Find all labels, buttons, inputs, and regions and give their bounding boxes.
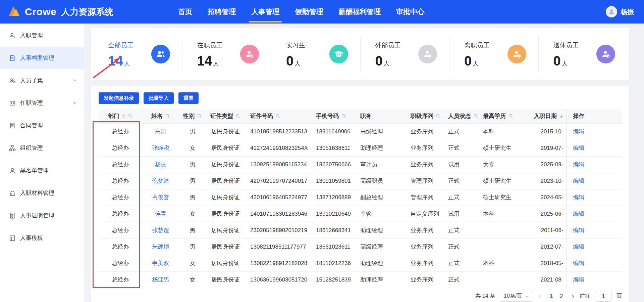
nav-item-recruitment[interactable]: 招聘管理 — [207, 0, 236, 24]
table-cell: 140107198301283946 — [245, 206, 311, 222]
user-menu[interactable]: 杨振 — [606, 6, 634, 17]
search-filter-icon[interactable] — [508, 114, 513, 119]
column-header-hire_date[interactable]: 入职日期 — [524, 109, 566, 123]
sidebar-item-blacklist-management[interactable]: 黑名单管理 — [0, 159, 84, 182]
edit-link[interactable]: 编辑 — [573, 260, 585, 266]
sidebar-item-onboarding-materials[interactable]: 入职材料管理 — [0, 182, 84, 204]
table-cell: 试用 — [443, 156, 478, 173]
column-header-rank_series[interactable]: 职级序列 — [405, 109, 443, 123]
employee-name-link[interactable]: 韦美双 — [152, 260, 169, 266]
employee-name-link[interactable]: 高凯 — [155, 128, 166, 135]
column-header-id_type[interactable]: 证件类型 — [206, 109, 245, 123]
search-filter-icon[interactable] — [436, 114, 441, 119]
next-page-button[interactable]: › — [571, 293, 575, 300]
edit-link[interactable]: 编辑 — [573, 161, 585, 168]
sidebar-item-organization-management[interactable]: 组织管理 — [0, 137, 84, 159]
column-header-phone[interactable]: 手机号码 — [311, 109, 355, 123]
column-header-position: 职务 — [355, 109, 405, 123]
search-filter-icon[interactable] — [275, 114, 280, 119]
column-header-education[interactable]: 最高学历 — [478, 109, 524, 123]
cell-id_type: 居民身份证 — [211, 227, 240, 233]
edit-link[interactable]: 编辑 — [573, 211, 585, 217]
search-filter-icon[interactable] — [473, 114, 478, 119]
sidebar-item-personnel-templates[interactable]: 人事模板 — [0, 227, 84, 249]
search-filter-icon[interactable] — [165, 114, 170, 119]
nav-item-compensation[interactable]: 薪酬福利管理 — [338, 0, 381, 24]
column-header-status[interactable]: 人员状态 — [443, 109, 478, 123]
goto-label: 前往 — [580, 293, 590, 300]
reset-button[interactable]: 重置 — [178, 92, 199, 104]
employee-name-link[interactable]: 张峥税 — [152, 145, 169, 151]
nav-item-approval-center[interactable]: 审批中心 — [395, 0, 425, 24]
edit-link[interactable]: 编辑 — [573, 276, 585, 283]
start-info-backfill-button[interactable]: 发起信息补录 — [99, 92, 139, 104]
goto-page-input[interactable] — [595, 291, 612, 302]
table-row: 总经办高凯男居民身份证41018519851223351318911649906… — [99, 123, 622, 140]
batch-import-button[interactable]: 批量导入 — [144, 92, 174, 104]
employee-name-link[interactable]: 杨亚男 — [152, 276, 169, 283]
sidebar-item-personnel-archives[interactable]: 人事档案管理 — [0, 47, 84, 69]
nav-item-personnel[interactable]: 人事管理 — [251, 0, 280, 24]
edit-link[interactable]: 编辑 — [573, 194, 585, 201]
sidebar-item-personnel-subset[interactable]: 人员子集 — [0, 69, 84, 92]
table-row: 总经办杨振男居民身份证13092519900511523418630750666… — [99, 156, 622, 173]
sidebar-item-personnel-certificates[interactable]: 人事证明管理 — [0, 204, 84, 227]
prev-page-button[interactable]: ‹ — [538, 293, 541, 300]
employee-name-link[interactable]: 高俊普 — [152, 194, 169, 201]
search-filter-icon[interactable] — [341, 114, 346, 119]
stat-card-interns[interactable]: 实习生0人 — [271, 37, 361, 72]
sort-desc-icon[interactable] — [559, 114, 564, 119]
stat-card-external-employees[interactable]: 外部员工0人 — [361, 37, 450, 72]
sidebar-item-onboarding-management[interactable]: 入职管理 — [0, 24, 84, 47]
employee-name-link[interactable]: 连青 — [155, 211, 166, 217]
column-header-name[interactable]: 姓名 — [142, 109, 179, 123]
nav-item-label: 审批中心 — [396, 7, 424, 16]
edit-link[interactable]: 编辑 — [573, 145, 585, 151]
stat-card-retired-employees[interactable]: 退休员工0人 — [539, 37, 628, 72]
column-header-department[interactable]: 部门 — [99, 109, 142, 123]
page-number-1[interactable]: 1 — [546, 293, 556, 299]
column-header-id_number[interactable]: 证件号码 — [245, 109, 311, 123]
search-filter-icon[interactable] — [128, 114, 133, 119]
page-numbers: 12 — [546, 293, 567, 299]
sidebar-item-contract-management[interactable]: 合同管理 — [0, 114, 84, 137]
table-cell: 业务序列 — [405, 239, 443, 255]
employee-name-link[interactable]: 朱建博 — [152, 244, 169, 250]
stat-info: 外部员工0人 — [375, 41, 401, 68]
toolbar: 发起信息补录批量导入重置 — [99, 92, 622, 104]
table-cell: 编辑 — [566, 189, 622, 206]
sidebar-item-appointment-management[interactable]: 任职管理 — [0, 92, 84, 114]
stat-card-departed-employees[interactable]: 离职员工0人 — [449, 37, 539, 72]
user-name: 杨振 — [621, 7, 634, 16]
search-filter-icon[interactable] — [197, 114, 202, 119]
table-row: 总经办韦美双女居民身份证1308221989121820281851021223… — [99, 255, 622, 271]
table-cell: 2019-07- — [524, 140, 566, 156]
employee-name-link[interactable]: 杨振 — [155, 161, 166, 168]
column-header-gender[interactable]: 性别 — [179, 109, 206, 123]
cell-phone: 13871206889 — [316, 194, 351, 201]
edit-link[interactable]: 编辑 — [573, 128, 585, 135]
table-cell: 本科 — [478, 255, 524, 271]
stat-card-active-employees[interactable]: 在职员工14人 — [182, 37, 272, 72]
table-cell: 杨振 — [142, 156, 179, 173]
table-cell: 正式 — [443, 173, 478, 189]
search-filter-icon[interactable] — [235, 114, 240, 119]
cell-rank_series: 自定义序列 — [411, 211, 439, 217]
table-panel: 发起信息补录批量导入重置 部门姓名性别证件类型证件号码手机号码职务职级序列人员状… — [91, 86, 629, 302]
sort-icon[interactable] — [122, 114, 125, 119]
table-cell: 18630750666 — [311, 156, 355, 173]
page-size-select[interactable]: 10条/页 — [500, 291, 533, 302]
edit-link[interactable]: 编辑 — [573, 178, 585, 184]
employee-name-link[interactable]: 张慧超 — [152, 227, 169, 233]
cell-status: 正式 — [448, 227, 460, 233]
nav-item-attendance[interactable]: 假勤管理 — [294, 0, 324, 24]
edit-link[interactable]: 编辑 — [573, 227, 585, 233]
table-cell: 总经办 — [99, 222, 142, 239]
page-number-2[interactable]: 2 — [556, 293, 567, 299]
nav-item-home[interactable]: 首页 — [177, 0, 193, 24]
stat-card-all-employees[interactable]: 全部员工14人 — [93, 37, 182, 72]
edit-link[interactable]: 编辑 — [573, 244, 585, 250]
app-root: Crowe 人力资源系统 首页招聘管理人事管理假勤管理薪酬福利管理审批中心 杨振… — [0, 0, 644, 302]
certificate-icon — [9, 212, 16, 219]
employee-name-link[interactable]: 倪梦迪 — [152, 178, 169, 184]
